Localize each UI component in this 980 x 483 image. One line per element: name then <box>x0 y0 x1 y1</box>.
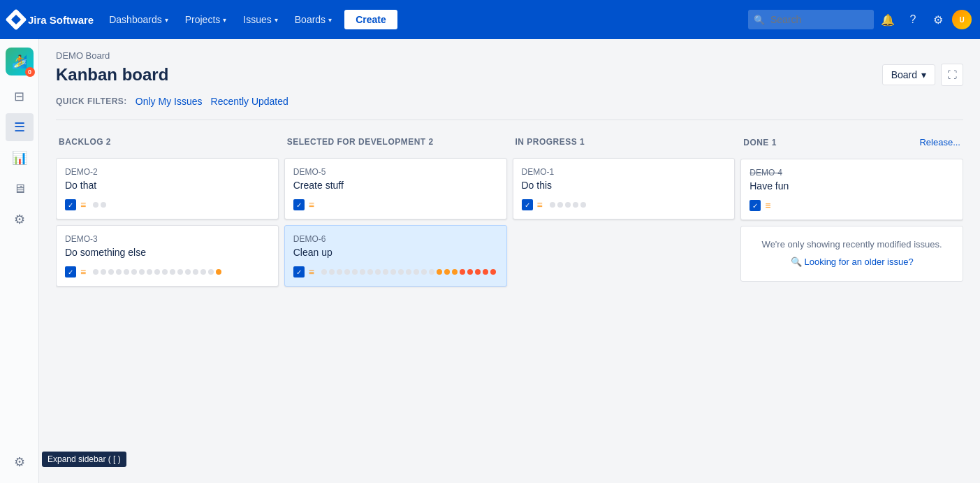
column-backlog: BACKLOG 2 DEMO-2 Do that ✓ ≡ DEMO-3 Do s… <box>56 131 279 292</box>
dot <box>101 202 106 208</box>
dot <box>200 269 206 275</box>
dot <box>124 269 129 275</box>
main-content: DEMO Board Kanban board Board ▾ ⛶ QUICK … <box>39 39 980 483</box>
card-type-icon: ✓ <box>293 199 305 210</box>
card-title: Do something else <box>65 247 270 258</box>
column-header-done: DONE 1 Release... <box>740 131 963 153</box>
dot <box>352 269 358 275</box>
search-input[interactable] <box>748 10 874 29</box>
dot <box>337 269 342 275</box>
fullscreen-button[interactable]: ⛶ <box>941 64 963 86</box>
board-header: Kanban board Board ▾ ⛶ <box>56 64 963 86</box>
dot <box>550 202 555 208</box>
card-key: DEMO-4 <box>749 168 954 178</box>
card-key: DEMO-1 <box>522 167 726 177</box>
card-dots <box>93 269 221 275</box>
card-priority-icon: ≡ <box>80 266 86 277</box>
nav-dashboards[interactable]: Dashboards ▾ <box>102 10 175 29</box>
dot <box>193 269 198 275</box>
card-footer: ✓ ≡ <box>522 199 726 210</box>
card-footer: ✓ ≡ <box>65 266 270 277</box>
sidebar-item-board[interactable]: ⊟ <box>6 82 34 110</box>
column-selected: SELECTED FOR DEVELOPMENT 2 DEMO-5 Create… <box>284 131 507 292</box>
card-priority-icon: ≡ <box>309 199 314 210</box>
dot <box>483 269 488 275</box>
dot <box>398 269 404 275</box>
dot <box>116 269 122 275</box>
nav-boards[interactable]: Boards ▾ <box>288 10 339 29</box>
card-demo-5[interactable]: DEMO-5 Create stuff ✓ ≡ <box>284 158 507 219</box>
column-header-backlog: BACKLOG 2 <box>56 131 279 152</box>
card-dots <box>93 202 106 208</box>
sidebar-item-deployments[interactable]: 🖥 <box>6 175 34 203</box>
dot <box>162 269 168 275</box>
card-key: DEMO-3 <box>65 234 270 244</box>
app-logo[interactable]: Jira Software <box>8 12 94 27</box>
dot <box>177 269 183 275</box>
dot <box>170 269 175 275</box>
dot <box>580 202 586 208</box>
card-demo-6[interactable]: DEMO-6 Clean up ✓ ≡ <box>284 225 507 287</box>
dot <box>329 269 335 275</box>
sidebar-item-reports[interactable]: 📊 <box>6 144 34 172</box>
logo-diamond <box>5 8 27 30</box>
dot <box>367 269 373 275</box>
dot <box>375 269 381 275</box>
top-navigation: Jira Software Dashboards ▾ Projects ▾ Is… <box>0 0 980 39</box>
column-title-in-progress: IN PROGRESS 1 <box>515 137 585 147</box>
dot <box>131 269 137 275</box>
notifications-icon[interactable]: 🔔 <box>877 8 899 31</box>
dot <box>344 269 350 275</box>
done-column-note: We're only showing recently modified iss… <box>740 226 963 282</box>
search-older-icon: 🔍 <box>791 255 802 270</box>
card-dots <box>321 269 496 275</box>
column-done: DONE 1 Release... DEMO-4 Have fun ✓ ≡ We… <box>740 131 963 282</box>
card-type-icon: ✓ <box>293 266 305 277</box>
fullscreen-icon: ⛶ <box>947 69 957 80</box>
sidebar-item-kanban[interactable]: ☰ <box>6 113 34 141</box>
app-name: Jira Software <box>28 14 94 26</box>
card-footer: ✓ ≡ <box>65 199 270 210</box>
dot <box>557 202 563 208</box>
card-type-icon: ✓ <box>65 266 76 277</box>
dot <box>154 269 160 275</box>
page-title: Kanban board <box>56 65 168 85</box>
dot <box>406 269 411 275</box>
settings-icon[interactable]: ⚙ <box>927 8 949 31</box>
board-view-dropdown[interactable]: Board ▾ <box>882 64 935 85</box>
dot <box>414 269 419 275</box>
dot <box>108 269 114 275</box>
kanban-board: BACKLOG 2 DEMO-2 Do that ✓ ≡ DEMO-3 Do s… <box>56 131 963 292</box>
card-demo-3[interactable]: DEMO-3 Do something else ✓ ≡ <box>56 225 279 287</box>
column-title-done: DONE 1 <box>743 138 777 147</box>
nav-issues[interactable]: Issues ▾ <box>236 10 284 29</box>
release-button[interactable]: Release... <box>919 137 960 147</box>
dot <box>565 202 571 208</box>
filter-my-issues[interactable]: Only My Issues <box>136 94 203 108</box>
card-footer: ✓ ≡ <box>749 200 954 211</box>
project-badge: 0 <box>25 67 35 77</box>
sidebar: 🏄 0 ⊟ ☰ 📊 🖥 ⚙ ⚙ <box>0 39 39 483</box>
dot <box>93 269 98 275</box>
filter-recently-updated[interactable]: Recently Updated <box>211 94 288 108</box>
project-icon[interactable]: 🏄 0 <box>6 48 34 75</box>
card-demo-4[interactable]: DEMO-4 Have fun ✓ ≡ <box>740 159 963 220</box>
card-demo-1[interactable]: DEMO-1 Do this ✓ ≡ <box>513 158 736 219</box>
card-demo-2[interactable]: DEMO-2 Do that ✓ ≡ <box>56 158 279 219</box>
help-icon[interactable]: ? <box>902 8 924 31</box>
avatar[interactable]: U <box>952 10 972 29</box>
board-divider <box>56 120 963 120</box>
issues-chevron-icon: ▾ <box>275 16 278 24</box>
breadcrumb: DEMO Board <box>56 50 963 61</box>
older-issue-link[interactable]: 🔍 Looking for an older issue? <box>752 255 951 270</box>
expand-sidebar-tooltip: Expand sidebar ( [ ) <box>42 452 126 467</box>
column-header-selected: SELECTED FOR DEVELOPMENT 2 <box>284 131 507 152</box>
column-header-in-progress: IN PROGRESS 1 <box>513 131 736 152</box>
dot <box>467 269 473 275</box>
sidebar-settings-icon[interactable]: ⚙ <box>6 448 34 476</box>
create-button[interactable]: Create <box>344 10 397 29</box>
nav-projects[interactable]: Projects ▾ <box>178 10 234 29</box>
card-priority-icon: ≡ <box>80 199 86 210</box>
dot <box>390 269 396 275</box>
sidebar-item-addon[interactable]: ⚙ <box>6 206 34 233</box>
